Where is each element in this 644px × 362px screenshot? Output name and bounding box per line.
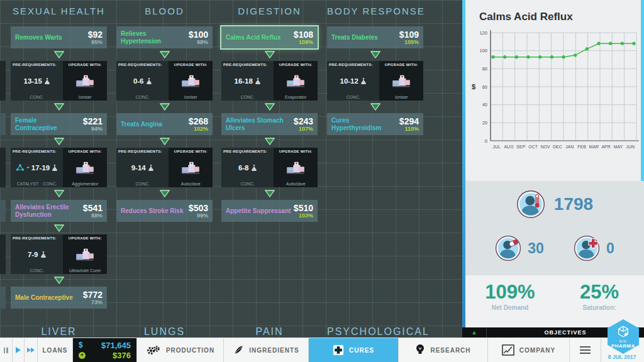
conc-range: 7-9 bbox=[28, 251, 38, 258]
machine-name: Ioniser bbox=[184, 95, 197, 99]
detail-panel-title: Calms Acid Reflux bbox=[479, 11, 573, 23]
tab-research[interactable]: RESEARCH bbox=[399, 338, 488, 362]
cure-card-appetite-suppressant[interactable]: Appetite Suppressant $510 103% bbox=[221, 200, 318, 222]
down-arrow-icon bbox=[54, 138, 64, 145]
down-arrow-icon bbox=[160, 103, 170, 111]
cure-card-treats-angina[interactable]: Treats Angina $268 102% bbox=[116, 113, 213, 135]
offscreen-card-stub bbox=[0, 61, 6, 101]
category-header-blood: BLOOD bbox=[116, 6, 213, 16]
cure-percent: 103% bbox=[294, 212, 313, 219]
company-chart-icon bbox=[502, 344, 514, 356]
cure-percent: 110% bbox=[399, 126, 419, 132]
cure-column-body-response: Treats Diabetes $109 105% PRE-REQUIREMEN… bbox=[327, 26, 423, 135]
svg-text:JUL: JUL bbox=[492, 145, 501, 149]
cure-price: $108 bbox=[294, 30, 313, 39]
cure-card-female-contraceptive[interactable]: Female Contraceptive $221 94% bbox=[11, 113, 107, 135]
pharma-cube-icon bbox=[616, 325, 630, 339]
play-button[interactable] bbox=[13, 338, 25, 362]
svg-text:OCT: OCT bbox=[528, 145, 538, 149]
prereq-card: PRE-REQUIREMENTS: 16-18 CONC. UPGRADE WI… bbox=[221, 61, 318, 101]
machine-name: Autoclave bbox=[286, 182, 306, 186]
down-arrow-icon bbox=[265, 190, 275, 197]
money-panel: $ $71,645 + $376 bbox=[73, 338, 137, 362]
tab-ingredients[interactable]: INGREDIENTS bbox=[224, 338, 309, 362]
conc-label: CONC. bbox=[346, 95, 360, 99]
machine-icon bbox=[74, 74, 96, 89]
category-header-pain: PAIN bbox=[221, 326, 318, 337]
cure-card-reduces-stroke-risk[interactable]: Reduces Stroke Risk $503 99% bbox=[116, 200, 213, 222]
cure-card-removes-warts[interactable]: Removes Warts $92 95% bbox=[11, 26, 107, 48]
saturation-label: Saturation: bbox=[555, 304, 644, 311]
app-screen: SEXUAL HEALTH BLOOD DIGESTION BODY RESPO… bbox=[0, 0, 644, 362]
svg-text:60: 60 bbox=[482, 84, 487, 90]
cures-label: CURES bbox=[349, 347, 374, 354]
offscreen-card-stub bbox=[0, 234, 6, 274]
conc-range: 10-12 bbox=[340, 77, 358, 85]
down-arrow-icon bbox=[54, 224, 64, 232]
demand-stats-section: 1798 bbox=[465, 181, 644, 275]
cure-card-relieves-hypertension[interactable]: Relieves Hypertension $100 98% bbox=[116, 26, 213, 48]
cure-card-male-contraceptive[interactable]: Male Contraceptive $772 73% bbox=[11, 287, 107, 309]
svg-text:0: 0 bbox=[485, 138, 487, 144]
flask-icon bbox=[52, 164, 58, 172]
prereq-card: PRE-REQUIREMENTS: 0-6 CONC. UPGRADE WITH… bbox=[116, 61, 213, 101]
flask-icon bbox=[44, 77, 50, 85]
svg-text:100: 100 bbox=[479, 48, 487, 53]
cure-name: Male Contraceptive bbox=[15, 294, 83, 302]
cure-card-treats-diabetes[interactable]: Treats Diabetes $109 105% bbox=[327, 26, 423, 48]
down-arrow-icon bbox=[54, 51, 64, 58]
objectives-expand-icon[interactable]: ▲ bbox=[462, 327, 487, 337]
category-header-psychological: PSYCHOLOGICAL bbox=[327, 326, 423, 337]
menu-button[interactable] bbox=[570, 338, 601, 362]
conc-label: CONC. bbox=[240, 95, 255, 99]
sick-patients-icon bbox=[516, 190, 545, 219]
flask-icon bbox=[360, 77, 367, 85]
cure-percent: 95% bbox=[88, 39, 103, 45]
machine-icon bbox=[285, 74, 306, 89]
cure-card-cures-hyperthyroidism[interactable]: Cures Hyperthyroidism $294 110% bbox=[327, 113, 423, 135]
tab-company[interactable]: COMPANY bbox=[488, 338, 570, 362]
offscreen-card-stub bbox=[0, 113, 6, 135]
offscreen-card-stub bbox=[0, 287, 6, 309]
category-header-liver: LIVER bbox=[11, 326, 107, 337]
chart-scrollbar[interactable] bbox=[641, 0, 644, 181]
prereq-card: PRE-REQUIREMENTS: 9-14 CONC. UPGRADE WIT… bbox=[116, 148, 213, 187]
cure-price: $503 bbox=[189, 204, 208, 212]
saturation-value: 25% bbox=[555, 282, 644, 302]
machine-name: Agglomerator bbox=[72, 182, 98, 186]
cure-name: Appetite Suppressant bbox=[226, 207, 294, 215]
catalyst-icon bbox=[16, 163, 25, 172]
cure-percent: 98% bbox=[189, 39, 208, 45]
cure-card-alleviates-erectile-dysfunction[interactable]: Alleviates Erectile Dysfunction $541 88% bbox=[11, 200, 107, 222]
cure-name: Treats Angina bbox=[121, 121, 189, 128]
tab-cures-active[interactable]: CURES bbox=[309, 338, 399, 362]
cure-percent: 99% bbox=[189, 212, 208, 219]
svg-text:SEP: SEP bbox=[516, 145, 525, 149]
income-value: $376 bbox=[113, 351, 131, 360]
machine-name: Evaporator bbox=[285, 95, 306, 99]
lightbulb-icon bbox=[415, 344, 425, 356]
svg-text:$: $ bbox=[472, 83, 475, 90]
tab-loans[interactable]: LOANS bbox=[38, 338, 73, 362]
net-demand-value: 109% bbox=[465, 282, 555, 302]
prereq-card: PRE-REQUIREMENTS: 7-9 CONC. UPGRADE WITH… bbox=[11, 234, 107, 274]
machine-icon bbox=[180, 160, 201, 175]
category-header-lungs: LUNGS bbox=[116, 326, 213, 337]
cure-price: $109 bbox=[399, 30, 419, 39]
cure-name: Female Contraceptive bbox=[15, 117, 83, 131]
flask-icon bbox=[40, 251, 47, 258]
tab-production[interactable]: PRODUCTION bbox=[137, 338, 224, 362]
prereq-card: PRE-REQUIREMENTS: 10-12 CONC. UPGRADE WI… bbox=[327, 61, 423, 101]
flask-icon bbox=[251, 164, 257, 172]
cure-column-sexual-health: Removes Warts $92 95% PRE-REQUIREMENTS: … bbox=[11, 26, 107, 309]
treated-patients-count: 30 bbox=[528, 240, 544, 257]
pause-button[interactable] bbox=[0, 338, 13, 362]
cure-card-calms-acid-reflux-selected[interactable]: Calms Acid Reflux $108 109% bbox=[221, 26, 318, 48]
cure-card-alleviates-stomach-ulcers[interactable]: Alleviates Stomach Ulcers $243 107% bbox=[221, 113, 318, 135]
svg-text:JAN: JAN bbox=[565, 145, 574, 149]
fast-forward-button[interactable] bbox=[25, 338, 37, 362]
cure-price: $100 bbox=[189, 30, 208, 39]
flask-icon bbox=[146, 77, 152, 85]
plus-sign: + bbox=[26, 165, 30, 170]
cash-symbol: $ bbox=[79, 341, 83, 349]
